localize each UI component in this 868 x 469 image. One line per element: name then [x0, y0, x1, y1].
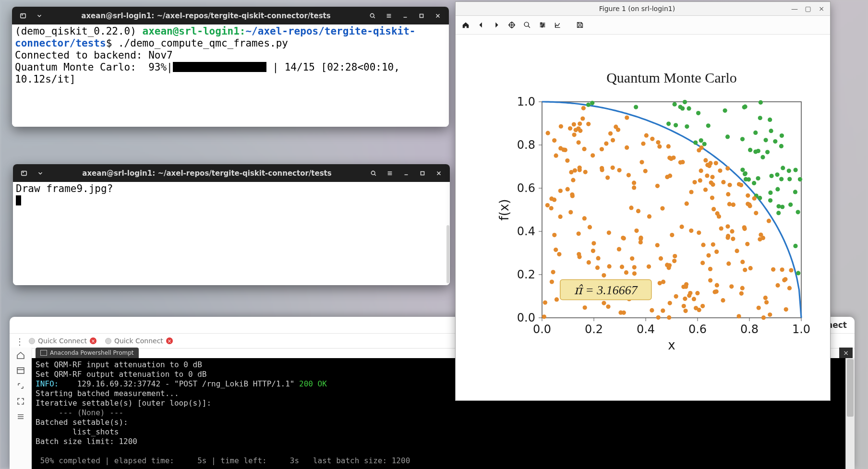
svg-text:f(x): f(x) [497, 199, 511, 221]
ps-info-tag: INFO: [36, 379, 59, 388]
svg-point-260 [639, 236, 643, 240]
svg-point-269 [725, 134, 730, 139]
minimize-button[interactable] [398, 10, 412, 22]
svg-point-100 [639, 240, 643, 244]
home-icon[interactable] [459, 19, 472, 31]
newtab-button[interactable] [16, 10, 30, 22]
figure-window-title: Figure 1 (on srl-login1) [486, 5, 788, 12]
maximize-button[interactable]: ▢ [801, 3, 815, 14]
tabs-dropdown-button[interactable] [33, 167, 48, 180]
terminal-1-titlebar[interactable]: axean@srl-login1: ~/axel-repos/tergite-q… [12, 7, 449, 24]
tab-status-icon [29, 338, 35, 344]
svg-point-210 [739, 291, 744, 296]
pan-icon[interactable] [506, 19, 518, 31]
svg-point-150 [731, 237, 735, 241]
save-icon[interactable] [574, 19, 586, 31]
svg-point-192 [577, 140, 581, 144]
resize-icon[interactable] [16, 381, 25, 391]
svg-point-332 [621, 236, 625, 240]
svg-point-323 [620, 265, 624, 269]
svg-point-54 [680, 225, 684, 229]
maximize-button[interactable] [414, 10, 429, 22]
back-icon[interactable] [475, 19, 487, 31]
newtab-button[interactable] [17, 167, 31, 180]
tab-label: Quick Connect [114, 337, 163, 345]
svg-point-113 [735, 249, 739, 253]
close-button[interactable] [432, 167, 446, 180]
svg-point-284 [624, 270, 628, 275]
svg-point-80 [793, 244, 797, 248]
minimize-button[interactable]: — [788, 3, 801, 14]
scrollbar-thumb[interactable] [847, 359, 854, 417]
home-icon[interactable] [16, 350, 25, 360]
svg-point-10 [542, 26, 543, 27]
svg-text:Quantum Monte Carlo: Quantum Monte Carlo [606, 70, 737, 85]
terminal-2-body[interactable]: Draw frame9.jpg? [13, 182, 450, 285]
tab-close-icon[interactable]: × [166, 337, 173, 344]
panel-icon[interactable] [16, 366, 25, 375]
figure-canvas[interactable]: Quantum Monte Carlo0.00.20.40.60.81.00.0… [456, 35, 830, 400]
hamburger-menu-icon[interactable] [383, 167, 397, 180]
terminal-scrollbar[interactable] [446, 225, 449, 283]
prompt-colon: : [240, 25, 246, 37]
forward-icon[interactable] [490, 19, 503, 31]
close-button[interactable]: × [815, 3, 828, 14]
search-icon[interactable] [365, 10, 380, 22]
svg-point-49 [708, 278, 712, 282]
subplots-config-icon[interactable] [536, 19, 549, 31]
lines-icon[interactable] [16, 412, 25, 421]
tab-quick-connect-1[interactable]: Quick Connect × [29, 337, 96, 345]
svg-point-290 [583, 170, 588, 174]
tabs-dropdown-button[interactable] [32, 10, 47, 22]
axes-edit-icon[interactable] [552, 19, 564, 31]
svg-point-157 [627, 173, 631, 177]
maximize-button[interactable] [415, 167, 430, 180]
svg-point-311 [602, 301, 606, 305]
kebab-menu-icon[interactable]: ⋮ [15, 337, 24, 347]
hamburger-menu-icon[interactable] [382, 10, 396, 22]
svg-point-213 [674, 294, 678, 299]
svg-point-310 [775, 187, 780, 192]
svg-point-258 [546, 131, 550, 135]
svg-point-289 [756, 149, 760, 153]
ps-close-button[interactable]: × [839, 348, 853, 358]
svg-point-278 [746, 193, 750, 198]
svg-point-300 [787, 168, 791, 173]
svg-point-101 [700, 304, 705, 308]
terminal-1-body[interactable]: (demo_qiskit_0.22.0) axean@srl-login1:~/… [12, 24, 449, 127]
svg-point-57 [611, 166, 615, 170]
editor-scrollbar[interactable] [845, 358, 855, 469]
svg-point-56 [727, 202, 732, 206]
svg-point-124 [629, 205, 633, 210]
svg-point-336 [697, 148, 701, 152]
svg-point-199 [643, 169, 648, 173]
svg-point-132 [668, 301, 672, 305]
svg-point-81 [545, 203, 550, 207]
svg-point-255 [591, 249, 595, 253]
svg-point-325 [622, 311, 626, 315]
zoom-icon[interactable] [521, 19, 533, 31]
minimize-button[interactable] [399, 167, 413, 180]
svg-point-133 [591, 241, 596, 245]
svg-point-305 [617, 247, 621, 252]
close-button[interactable] [431, 10, 445, 22]
terminal-window-2: axean@srl-login1: ~/axel-repos/tergite-q… [13, 164, 450, 285]
svg-point-335 [698, 178, 702, 182]
tab-quick-connect-2[interactable]: Quick Connect × [105, 337, 173, 345]
svg-point-296 [689, 190, 693, 194]
svg-point-48 [630, 256, 634, 261]
figure-toolbar [456, 16, 830, 35]
powershell-tab[interactable]: Anaconda Powershell Prompt [36, 348, 139, 358]
svg-point-321 [739, 183, 743, 187]
terminal-2-titlebar[interactable]: axean@srl-login1: ~/axel-repos/tergite-q… [13, 164, 450, 182]
svg-point-177 [608, 131, 613, 135]
tab-close-icon[interactable]: × [90, 337, 96, 344]
svg-text:0.0: 0.0 [517, 311, 535, 325]
search-icon[interactable] [366, 167, 381, 180]
svg-point-1 [370, 13, 374, 17]
ps-status: 200 OK [294, 379, 326, 388]
svg-point-187 [600, 168, 604, 172]
svg-point-205 [673, 254, 677, 258]
figure-titlebar[interactable]: Figure 1 (on srl-login1) — ▢ × [456, 2, 830, 16]
fullscreen-icon[interactable] [16, 397, 25, 406]
